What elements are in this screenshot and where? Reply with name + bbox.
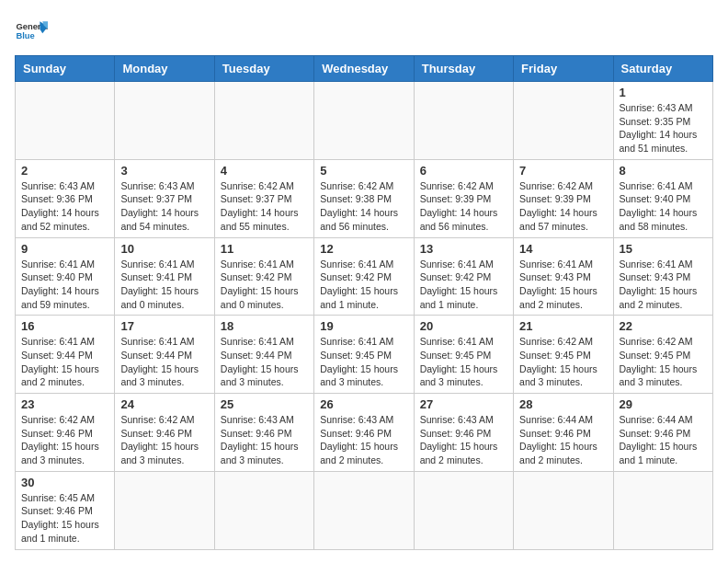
day-info: Sunrise: 6:42 AMSunset: 9:45 PMDaylight:… bbox=[620, 335, 707, 389]
day-number: 4 bbox=[221, 164, 308, 178]
calendar-cell: 18Sunrise: 6:41 AMSunset: 9:44 PMDayligh… bbox=[214, 316, 313, 394]
calendar-cell: 5Sunrise: 6:42 AMSunset: 9:38 PMDaylight… bbox=[314, 159, 414, 237]
calendar-cell: 8Sunrise: 6:41 AMSunset: 9:40 PMDaylight… bbox=[613, 159, 712, 237]
calendar-cell bbox=[314, 471, 414, 549]
calendar-week-row: 1Sunrise: 6:43 AMSunset: 9:35 PMDaylight… bbox=[16, 82, 713, 160]
page-header: General Blue bbox=[15, 15, 713, 48]
day-info: Sunrise: 6:41 AMSunset: 9:42 PMDaylight:… bbox=[221, 258, 308, 312]
calendar-cell bbox=[514, 82, 613, 160]
day-number: 7 bbox=[519, 164, 607, 178]
calendar-cell: 24Sunrise: 6:42 AMSunset: 9:46 PMDayligh… bbox=[115, 394, 214, 472]
day-info: Sunrise: 6:42 AMSunset: 9:39 PMDaylight:… bbox=[420, 179, 507, 234]
calendar-cell: 11Sunrise: 6:41 AMSunset: 9:42 PMDayligh… bbox=[214, 237, 313, 316]
day-number: 29 bbox=[620, 397, 707, 411]
calendar-cell: 20Sunrise: 6:41 AMSunset: 9:45 PMDayligh… bbox=[414, 316, 513, 394]
day-number: 27 bbox=[420, 397, 507, 411]
day-number: 2 bbox=[21, 164, 108, 178]
calendar-cell bbox=[414, 82, 513, 160]
calendar-cell: 13Sunrise: 6:41 AMSunset: 9:42 PMDayligh… bbox=[414, 237, 513, 316]
calendar-cell bbox=[613, 471, 712, 549]
day-info: Sunrise: 6:41 AMSunset: 9:44 PMDaylight:… bbox=[221, 335, 308, 389]
calendar-cell bbox=[16, 82, 115, 160]
day-number: 28 bbox=[519, 397, 607, 411]
calendar-cell bbox=[214, 471, 313, 549]
logo-icon: General Blue bbox=[15, 15, 48, 48]
calendar-cell: 7Sunrise: 6:42 AMSunset: 9:39 PMDaylight… bbox=[514, 159, 613, 237]
calendar-cell: 2Sunrise: 6:43 AMSunset: 9:36 PMDaylight… bbox=[16, 159, 115, 237]
calendar-cell: 30Sunrise: 6:45 AMSunset: 9:46 PMDayligh… bbox=[16, 471, 115, 549]
day-number: 14 bbox=[519, 242, 607, 256]
day-number: 26 bbox=[320, 397, 407, 411]
day-info: Sunrise: 6:41 AMSunset: 9:44 PMDaylight:… bbox=[120, 335, 208, 389]
day-number: 6 bbox=[420, 164, 507, 178]
day-number: 10 bbox=[120, 242, 208, 256]
calendar-header-row: SundayMondayTuesdayWednesdayThursdayFrid… bbox=[16, 56, 713, 82]
day-number: 5 bbox=[320, 164, 407, 178]
calendar-cell: 16Sunrise: 6:41 AMSunset: 9:44 PMDayligh… bbox=[16, 316, 115, 394]
day-number: 3 bbox=[120, 164, 208, 178]
day-info: Sunrise: 6:41 AMSunset: 9:40 PMDaylight:… bbox=[620, 179, 707, 234]
column-header-friday: Friday bbox=[514, 56, 613, 82]
calendar-cell bbox=[115, 471, 214, 549]
day-info: Sunrise: 6:41 AMSunset: 9:42 PMDaylight:… bbox=[420, 258, 507, 312]
day-number: 17 bbox=[120, 319, 208, 333]
calendar-cell: 29Sunrise: 6:44 AMSunset: 9:46 PMDayligh… bbox=[613, 394, 712, 472]
calendar-cell: 26Sunrise: 6:43 AMSunset: 9:46 PMDayligh… bbox=[314, 394, 414, 472]
calendar-cell: 15Sunrise: 6:41 AMSunset: 9:43 PMDayligh… bbox=[613, 237, 712, 316]
calendar-cell: 22Sunrise: 6:42 AMSunset: 9:45 PMDayligh… bbox=[613, 316, 712, 394]
day-info: Sunrise: 6:41 AMSunset: 9:40 PMDaylight:… bbox=[21, 258, 108, 312]
calendar-cell bbox=[115, 82, 214, 160]
day-info: Sunrise: 6:41 AMSunset: 9:45 PMDaylight:… bbox=[420, 335, 507, 389]
calendar-cell: 27Sunrise: 6:43 AMSunset: 9:46 PMDayligh… bbox=[414, 394, 513, 472]
day-number: 30 bbox=[21, 476, 108, 489]
calendar-table: SundayMondayTuesdayWednesdayThursdayFrid… bbox=[15, 55, 713, 550]
calendar-cell bbox=[414, 471, 513, 549]
calendar-cell: 6Sunrise: 6:42 AMSunset: 9:39 PMDaylight… bbox=[414, 159, 513, 237]
day-info: Sunrise: 6:44 AMSunset: 9:46 PMDaylight:… bbox=[620, 413, 707, 467]
calendar-cell: 1Sunrise: 6:43 AMSunset: 9:35 PMDaylight… bbox=[613, 82, 712, 160]
calendar-cell: 3Sunrise: 6:43 AMSunset: 9:37 PMDaylight… bbox=[115, 159, 214, 237]
day-info: Sunrise: 6:45 AMSunset: 9:46 PMDaylight:… bbox=[21, 491, 108, 546]
day-number: 19 bbox=[320, 319, 407, 333]
day-info: Sunrise: 6:41 AMSunset: 9:44 PMDaylight:… bbox=[21, 335, 108, 389]
logo: General Blue bbox=[15, 15, 48, 48]
day-info: Sunrise: 6:43 AMSunset: 9:35 PMDaylight:… bbox=[620, 101, 707, 155]
day-info: Sunrise: 6:44 AMSunset: 9:46 PMDaylight:… bbox=[519, 413, 607, 467]
calendar-week-row: 9Sunrise: 6:41 AMSunset: 9:40 PMDaylight… bbox=[16, 237, 713, 316]
calendar-cell bbox=[514, 471, 613, 549]
calendar-week-row: 23Sunrise: 6:42 AMSunset: 9:46 PMDayligh… bbox=[16, 394, 713, 472]
calendar-week-row: 30Sunrise: 6:45 AMSunset: 9:46 PMDayligh… bbox=[16, 471, 713, 549]
calendar-cell: 9Sunrise: 6:41 AMSunset: 9:40 PMDaylight… bbox=[16, 237, 115, 316]
column-header-thursday: Thursday bbox=[414, 56, 513, 82]
column-header-sunday: Sunday bbox=[16, 56, 115, 82]
day-number: 18 bbox=[221, 319, 308, 333]
day-info: Sunrise: 6:41 AMSunset: 9:41 PMDaylight:… bbox=[120, 258, 208, 312]
day-number: 23 bbox=[21, 397, 108, 411]
day-number: 11 bbox=[221, 242, 308, 256]
calendar-cell: 21Sunrise: 6:42 AMSunset: 9:45 PMDayligh… bbox=[514, 316, 613, 394]
calendar-cell: 19Sunrise: 6:41 AMSunset: 9:45 PMDayligh… bbox=[314, 316, 414, 394]
calendar-cell: 28Sunrise: 6:44 AMSunset: 9:46 PMDayligh… bbox=[514, 394, 613, 472]
day-info: Sunrise: 6:43 AMSunset: 9:46 PMDaylight:… bbox=[320, 413, 407, 467]
calendar-cell: 14Sunrise: 6:41 AMSunset: 9:43 PMDayligh… bbox=[514, 237, 613, 316]
day-info: Sunrise: 6:43 AMSunset: 9:46 PMDaylight:… bbox=[420, 413, 507, 467]
day-info: Sunrise: 6:42 AMSunset: 9:38 PMDaylight:… bbox=[320, 179, 407, 234]
column-header-saturday: Saturday bbox=[613, 56, 712, 82]
svg-text:Blue: Blue bbox=[16, 31, 34, 40]
day-number: 16 bbox=[21, 319, 108, 333]
day-info: Sunrise: 6:42 AMSunset: 9:45 PMDaylight:… bbox=[519, 335, 607, 389]
day-info: Sunrise: 6:42 AMSunset: 9:37 PMDaylight:… bbox=[221, 179, 308, 234]
day-number: 15 bbox=[620, 242, 707, 256]
day-number: 24 bbox=[120, 397, 208, 411]
day-number: 22 bbox=[620, 319, 707, 333]
day-info: Sunrise: 6:42 AMSunset: 9:46 PMDaylight:… bbox=[21, 413, 108, 467]
day-info: Sunrise: 6:43 AMSunset: 9:36 PMDaylight:… bbox=[21, 179, 108, 234]
day-number: 1 bbox=[620, 86, 707, 99]
day-number: 25 bbox=[221, 397, 308, 411]
day-info: Sunrise: 6:42 AMSunset: 9:39 PMDaylight:… bbox=[519, 179, 607, 234]
calendar-cell: 4Sunrise: 6:42 AMSunset: 9:37 PMDaylight… bbox=[214, 159, 313, 237]
day-number: 9 bbox=[21, 242, 108, 256]
day-number: 13 bbox=[420, 242, 507, 256]
day-number: 20 bbox=[420, 319, 507, 333]
day-number: 12 bbox=[320, 242, 407, 256]
